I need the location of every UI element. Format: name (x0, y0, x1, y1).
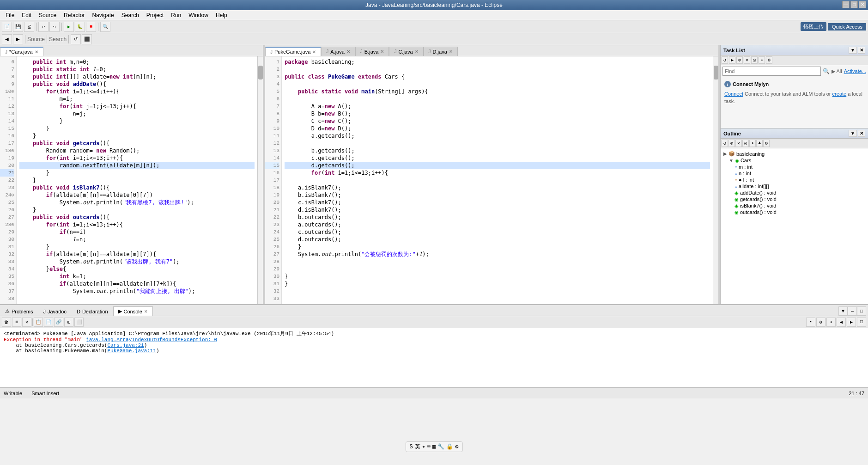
quick-access-button[interactable]: Quick Access (828, 23, 866, 31)
outline-method-adddate[interactable]: ◉ addDate() : void (721, 190, 868, 196)
ime-btn2[interactable]: ⌨ (427, 443, 431, 450)
outline-field-n[interactable]: ○ n : int (721, 170, 868, 177)
tab-cars-close[interactable]: ✕ (35, 49, 38, 55)
console-view-btn5[interactable]: ▶ (847, 318, 856, 327)
console-clear-btn[interactable]: 🗑 (2, 318, 11, 327)
outline-method-isblank7[interactable]: ◉ isBlank7() : void (721, 202, 868, 209)
menu-run[interactable]: Run (167, 11, 185, 19)
console-btn2[interactable]: 📄 (44, 318, 53, 327)
debug-button[interactable]: 🐛 (75, 22, 85, 32)
right-scrollbar[interactable] (713, 56, 718, 304)
tab-console-close[interactable]: ✕ (144, 309, 148, 314)
out-btn6[interactable]: ▲ (756, 140, 763, 147)
print-button[interactable]: 🖨 (24, 22, 34, 32)
out-btn5[interactable]: ⬇ (749, 140, 756, 147)
tab-a-close[interactable]: ✕ (346, 49, 350, 54)
left-code-content[interactable]: public int m,n=0; public static int l=0;… (17, 56, 257, 304)
search-toolbar-button[interactable]: 🔍 (100, 22, 110, 32)
right-scrollbar-thumb[interactable] (714, 66, 718, 80)
tab-d-close[interactable]: ✕ (449, 49, 453, 54)
console-btn3[interactable]: 🔗 (54, 318, 63, 327)
menu-edit[interactable]: Edit (18, 11, 35, 19)
outline-method-outcards[interactable]: ◉ outcards() : void (721, 209, 868, 215)
tab-declaration[interactable]: D Declaration (72, 306, 113, 316)
task-list-close-btn[interactable]: ✕ (858, 47, 865, 54)
left-scrollbar-thumb[interactable] (258, 66, 263, 80)
menu-search[interactable]: Search (118, 11, 143, 19)
tl-btn4[interactable]: ✕ (744, 56, 750, 64)
stop-button[interactable]: ■ (86, 22, 96, 32)
outline-class[interactable]: ▼ ◉ Cars (721, 157, 868, 164)
outline-package[interactable]: ▶ 📦 basicleaning (721, 150, 868, 157)
tab-b-java[interactable]: J B.java ✕ (355, 47, 389, 56)
outline-field-alldate[interactable]: ○ alldate : int[][] (721, 183, 868, 190)
console-view-btn3[interactable]: ⬇ (826, 318, 836, 327)
console-view-btn1[interactable]: ▪ (806, 318, 815, 327)
out-btn4[interactable]: ◎ (742, 140, 749, 147)
tl-btn2[interactable]: ▶ (729, 56, 735, 64)
tb2-btn2[interactable]: ⬛ (82, 34, 92, 44)
ime-btn6[interactable]: ⚙ (455, 443, 458, 450)
save-button[interactable]: 💾 (13, 22, 23, 32)
outline-close-btn[interactable]: ✕ (858, 130, 865, 137)
outline-method-getcards[interactable]: ◉ getcards() : void (721, 196, 868, 202)
bottom-minimize[interactable]: — (848, 306, 857, 316)
menu-refactor[interactable]: Refactor (60, 11, 88, 19)
tab-c-close[interactable]: ✕ (415, 49, 419, 54)
maximize-button[interactable]: □ (850, 1, 858, 8)
find-input[interactable] (722, 67, 821, 76)
outline-field-m[interactable]: ○ m : int (721, 164, 868, 170)
console-trace2-link[interactable]: PukeGame.java:11 (107, 348, 156, 354)
menu-help[interactable]: Help (212, 11, 231, 19)
tl-btn3[interactable]: ⊕ (736, 56, 743, 64)
undo-button[interactable]: ↩ (38, 22, 49, 32)
out-btn7[interactable]: ⚙ (763, 140, 770, 147)
console-view-btn4[interactable]: ◀ (837, 318, 846, 327)
menu-window[interactable]: Window (185, 11, 212, 19)
ime-btn4[interactable]: 🔧 (437, 443, 444, 450)
tb2-btn1[interactable]: ↺ (71, 34, 81, 44)
console-stop-btn[interactable]: ■ (12, 318, 21, 327)
mylyn-create-link[interactable]: create (832, 91, 847, 97)
left-code-area[interactable]: 6 7 8 9 10⊙ 11 12 13 14 15 16 17 18⊙ 19 … (0, 56, 263, 304)
tab-d-java[interactable]: J D.java ✕ (424, 47, 458, 56)
forward-button[interactable]: ▶ (13, 34, 23, 44)
left-scrollbar[interactable] (257, 56, 263, 304)
outline-field-l[interactable]: ○ ● l : int (721, 177, 868, 183)
menu-navigate[interactable]: Navigate (88, 11, 117, 19)
new-button[interactable]: 📄 (2, 22, 12, 32)
out-btn2[interactable]: ⊕ (728, 140, 735, 147)
mylyn-connect-link[interactable]: Connect (724, 91, 743, 97)
tab-cars-java[interactable]: J *Cars.java ✕ (0, 47, 43, 56)
console-view-btn2[interactable]: ⚙ (816, 318, 826, 327)
tab-javadoc[interactable]: J Javadoc (38, 306, 71, 316)
bottom-tab-menu[interactable]: ▼ (838, 306, 848, 316)
tl-btn7[interactable]: ⚙ (766, 56, 772, 64)
console-remove-btn[interactable]: ✕ (22, 318, 31, 327)
console-btn5[interactable]: ⬜ (74, 318, 84, 327)
minimize-button[interactable]: — (842, 1, 850, 8)
menu-project[interactable]: Project (143, 11, 167, 19)
ime-btn1[interactable]: ✦ (422, 443, 425, 450)
redo-button[interactable]: ↪ (49, 22, 60, 32)
close-button[interactable]: ✕ (859, 1, 866, 8)
outline-menu-btn[interactable]: ▼ (849, 130, 857, 137)
ime-btn5[interactable]: 🔒 (446, 443, 453, 450)
console-btn1[interactable]: 📋 (34, 318, 43, 327)
run-button[interactable]: ▶ (64, 22, 74, 32)
console-expand-btn[interactable]: □ (857, 318, 866, 327)
tab-a-java[interactable]: J A.java ✕ (321, 47, 355, 56)
tab-c-java[interactable]: J C.java ✕ (389, 47, 423, 56)
tl-btn1[interactable]: ↺ (722, 56, 728, 64)
task-list-menu-btn[interactable]: ▼ (849, 47, 857, 54)
out-btn3[interactable]: ✕ (735, 140, 742, 147)
console-trace1-link[interactable]: Cars.java:21 (107, 343, 144, 348)
tab-b-close[interactable]: ✕ (380, 49, 384, 54)
right-code-area[interactable]: 12345 678910 11121314 15 1617181920 2122… (265, 56, 718, 304)
bottom-maximize[interactable]: □ (857, 306, 866, 316)
console-exception-link[interactable]: java.lang.ArrayIndexOutOfBoundsException… (86, 337, 217, 343)
tab-pukegame[interactable]: J PukeGame.java ✕ (265, 47, 321, 56)
activate-label[interactable]: Activate... (844, 68, 866, 74)
out-btn1[interactable]: ↺ (722, 140, 728, 147)
menu-file[interactable]: File (2, 11, 18, 19)
